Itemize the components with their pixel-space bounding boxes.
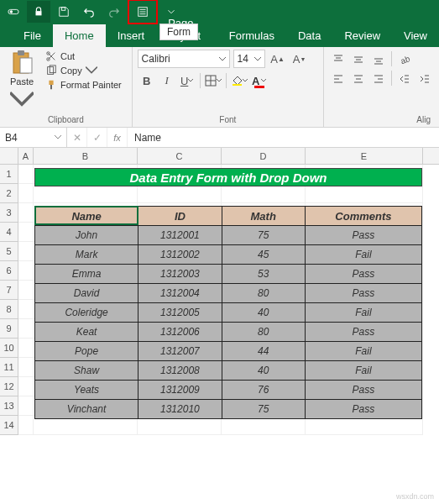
table-row[interactable]: Shaw131200840Fail [35, 361, 422, 381]
fill-color-button[interactable] [230, 71, 248, 90]
cell-math[interactable]: 80 [222, 323, 305, 342]
row-header[interactable]: 9 [0, 319, 18, 339]
row-header[interactable]: 2 [0, 184, 18, 203]
orientation-button[interactable]: ab [395, 51, 414, 68]
autosave-toggle[interactable] [2, 1, 25, 23]
col-header[interactable]: D [222, 148, 306, 164]
cell-id[interactable]: 1312004 [138, 284, 222, 303]
italic-button[interactable]: I [158, 71, 176, 90]
spreadsheet-grid[interactable]: A B C D E 1234567891011121314 Data Entry… [0, 148, 439, 435]
cell-name[interactable]: Shaw [35, 361, 138, 381]
cell[interactable] [18, 300, 34, 319]
bold-button[interactable]: B [138, 71, 156, 90]
cell-name[interactable]: Coleridge [35, 303, 138, 323]
tab-data[interactable]: Data [286, 24, 332, 47]
table-row[interactable]: Pope131200744Fail [35, 342, 422, 361]
cell-name[interactable]: David [35, 284, 138, 303]
table-row[interactable]: Keat131200680Pass [35, 323, 422, 342]
decrease-indent-button[interactable] [395, 71, 414, 87]
cell[interactable] [222, 184, 306, 203]
cell-id[interactable]: 1312009 [138, 381, 222, 400]
formula-input[interactable]: Name [128, 128, 439, 147]
tab-insert[interactable]: Insert [106, 24, 157, 47]
tab-file[interactable]: File [12, 24, 53, 47]
cell[interactable] [18, 319, 34, 339]
cell-name[interactable]: Yeats [35, 381, 138, 400]
row-header[interactable]: 1 [0, 165, 18, 184]
select-all-corner[interactable] [0, 148, 18, 164]
border-button[interactable] [204, 71, 222, 90]
increase-indent-button[interactable] [415, 71, 434, 87]
row-header[interactable]: 8 [0, 300, 18, 319]
cell-math[interactable]: 76 [222, 381, 305, 400]
cell-id[interactable]: 1312006 [138, 323, 222, 342]
cell[interactable] [18, 377, 34, 396]
row-header[interactable]: 13 [0, 396, 18, 416]
save-button[interactable] [52, 1, 76, 23]
format-painter-button[interactable]: Format Painter [42, 78, 125, 92]
cell[interactable] [18, 339, 34, 358]
name-box[interactable]: B4 [0, 128, 67, 147]
cell-name[interactable]: Pope [35, 342, 138, 361]
align-left-button[interactable] [329, 71, 348, 87]
shrink-font-button[interactable]: A▼ [290, 50, 309, 68]
cell-comments[interactable]: Pass [305, 323, 421, 342]
cell[interactable] [18, 396, 34, 416]
cell[interactable] [18, 165, 34, 184]
cell-comments[interactable]: Pass [305, 284, 421, 303]
paste-button[interactable]: Paste [5, 50, 39, 113]
cell[interactable] [18, 261, 34, 281]
cell[interactable] [18, 184, 34, 203]
col-header[interactable]: A [18, 148, 34, 164]
cell-math[interactable]: 40 [222, 303, 305, 323]
font-color-button[interactable]: A [250, 71, 269, 90]
row-header[interactable]: 11 [0, 358, 18, 377]
row-header[interactable]: 4 [0, 223, 18, 242]
align-bottom-button[interactable] [369, 51, 388, 68]
cell-comments[interactable]: Fail [305, 361, 421, 381]
cell-math[interactable]: 44 [222, 342, 305, 361]
cell-comments[interactable]: Fail [305, 342, 421, 361]
undo-button[interactable] [77, 1, 101, 23]
cell[interactable] [18, 416, 34, 435]
cell-id[interactable]: 1312003 [138, 265, 222, 284]
cell-name[interactable]: Keat [35, 323, 138, 342]
font-name-select[interactable]: Calibri [138, 50, 230, 68]
tab-view[interactable]: View [392, 24, 439, 47]
cell-comments[interactable]: Pass [305, 400, 421, 419]
tab-formulas[interactable]: Formulas [217, 24, 286, 47]
row-header[interactable]: 14 [0, 416, 18, 435]
cell[interactable] [138, 184, 222, 203]
lock-icon[interactable] [27, 1, 50, 23]
table-row[interactable]: Mark131200245Fail [35, 245, 422, 265]
cut-button[interactable]: Cut [42, 50, 125, 63]
table-row[interactable]: Coleridge131200540Fail [35, 303, 422, 323]
enter-formula-button[interactable]: ✓ [87, 128, 107, 147]
cell-comments[interactable]: Pass [305, 381, 421, 400]
cell-comments[interactable]: Pass [305, 265, 421, 284]
col-header[interactable]: C [138, 148, 222, 164]
row-header[interactable]: 10 [0, 339, 18, 358]
cell-comments[interactable]: Fail [305, 245, 421, 265]
align-right-button[interactable] [369, 71, 388, 87]
cell-comments[interactable]: Fail [305, 303, 421, 323]
cell-math[interactable]: 45 [222, 245, 305, 265]
cancel-formula-button[interactable]: ✕ [67, 128, 87, 147]
align-center-button[interactable] [349, 71, 368, 87]
header-comments[interactable]: Comments [305, 207, 421, 226]
row-header[interactable]: 6 [0, 261, 18, 281]
cell-math[interactable]: 80 [222, 284, 305, 303]
cell-id[interactable]: 1312001 [138, 226, 222, 245]
font-size-select[interactable]: 14 [233, 50, 265, 68]
cell-name[interactable]: Vinchant [35, 400, 138, 419]
table-row[interactable]: John131200175Pass [35, 226, 422, 245]
col-header[interactable]: B [34, 148, 138, 164]
underline-button[interactable]: U [178, 71, 196, 90]
insert-function-button[interactable]: fx [107, 128, 128, 147]
cell-name[interactable]: Mark [35, 245, 138, 265]
redo-button[interactable] [102, 1, 126, 23]
header-math[interactable]: Math [222, 207, 305, 226]
row-header[interactable]: 3 [0, 203, 18, 223]
cell[interactable] [18, 203, 34, 223]
align-top-button[interactable] [329, 51, 348, 68]
